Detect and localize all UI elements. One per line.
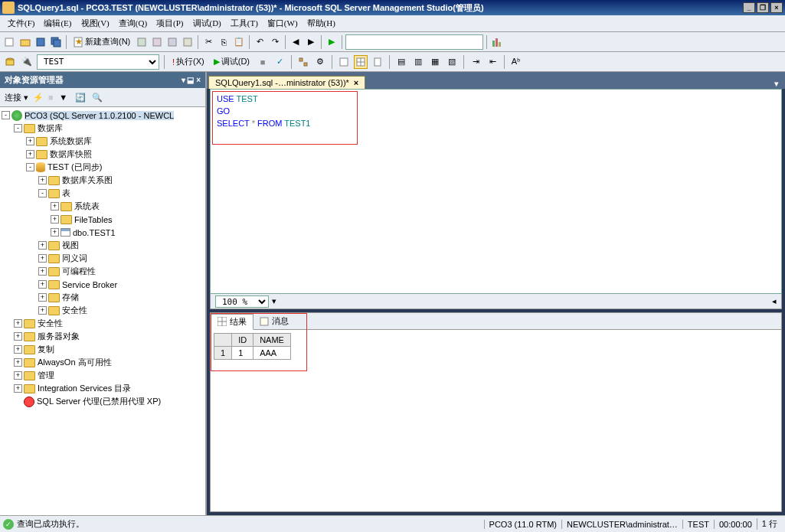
activity-monitor-icon[interactable] xyxy=(490,35,504,49)
tool-icon-3[interactable] xyxy=(165,35,179,49)
toggle-icon[interactable]: + xyxy=(38,241,47,250)
menu-window[interactable]: 窗口(W) xyxy=(263,18,303,29)
toggle-icon[interactable]: + xyxy=(38,267,47,276)
results-text-icon[interactable] xyxy=(337,55,351,69)
menu-project[interactable]: 项目(P) xyxy=(152,18,188,29)
tree-root[interactable]: PCO3 (SQL Server 11.0.2100 - NEWCL xyxy=(25,111,174,120)
menu-view[interactable]: 视图(V) xyxy=(77,18,114,29)
nav-back-icon[interactable]: ◀ xyxy=(289,35,303,49)
toggle-icon[interactable]: + xyxy=(38,254,47,263)
toggle-icon[interactable]: - xyxy=(2,111,10,119)
toggle-icon[interactable]: + xyxy=(38,176,47,184)
tool-icon-4[interactable] xyxy=(181,35,195,49)
col-id[interactable]: ID xyxy=(232,334,253,347)
toggle-icon[interactable]: + xyxy=(38,280,47,289)
toggle-icon[interactable]: + xyxy=(51,215,59,224)
disconnect-icon[interactable]: ⚡ xyxy=(31,90,45,104)
minimize-button[interactable]: _ xyxy=(743,2,755,13)
zoom-combo[interactable]: 100 % xyxy=(215,295,269,308)
tree-views[interactable]: 视图 xyxy=(62,240,79,251)
copy-icon[interactable]: ⎘ xyxy=(217,35,231,49)
menu-debug[interactable]: 调试(D) xyxy=(188,18,226,29)
redo-icon[interactable]: ↷ xyxy=(268,35,282,49)
new-project-icon[interactable] xyxy=(3,35,17,49)
tree-management[interactable]: 管理 xyxy=(38,370,54,381)
toggle-icon[interactable]: - xyxy=(38,189,47,197)
tree-snapshots[interactable]: 数据库快照 xyxy=(50,149,92,160)
stop-refresh-icon[interactable]: 🔍 xyxy=(90,90,104,104)
restore-button[interactable]: ❐ xyxy=(757,2,769,13)
indent-icon[interactable]: ⇥ xyxy=(469,55,482,69)
database-combo[interactable]: TEST xyxy=(37,54,159,70)
tree-is-catalog[interactable]: Integration Services 目录 xyxy=(38,383,131,394)
cell-name[interactable]: AAA xyxy=(253,347,291,360)
tree-alwayson[interactable]: AlwaysOn 高可用性 xyxy=(38,357,112,368)
connect-button[interactable]: 连接 ▾ xyxy=(5,92,28,103)
tool-icon-b[interactable]: ▧ xyxy=(445,55,459,69)
messages-tab[interactable]: 消息 xyxy=(253,314,295,328)
tool-icon-a[interactable]: ▦ xyxy=(428,55,442,69)
start-icon[interactable]: ▶ xyxy=(325,35,339,49)
toggle-icon[interactable]: + xyxy=(14,384,22,393)
paste-icon[interactable]: 📋 xyxy=(232,35,246,49)
tree-system-tables[interactable]: 系统表 xyxy=(74,201,100,212)
save-icon[interactable] xyxy=(34,35,47,49)
tree-tables[interactable]: 表 xyxy=(62,188,70,199)
tree-security[interactable]: 安全性 xyxy=(38,318,63,329)
new-query-button[interactable]: ★ 新建查询(N) xyxy=(70,36,133,47)
tree-test-db[interactable]: TEST (已同步) xyxy=(47,162,102,173)
toggle-icon[interactable]: + xyxy=(38,306,47,315)
menu-tools[interactable]: 工具(T) xyxy=(226,18,263,29)
tree-server-objects[interactable]: 服务器对象 xyxy=(38,331,80,342)
tree-replication[interactable]: 复制 xyxy=(38,344,54,355)
tree-service-broker[interactable]: Service Broker xyxy=(62,280,117,289)
tool-icon-1[interactable] xyxy=(135,35,149,49)
pin-icon[interactable]: ▾ ⬓ × xyxy=(182,76,201,84)
refresh-icon[interactable]: 🔄 xyxy=(74,90,87,104)
col-name[interactable]: NAME xyxy=(253,334,291,347)
toggle-icon[interactable]: + xyxy=(26,137,34,145)
nav-fwd-icon[interactable]: ▶ xyxy=(304,35,318,49)
tree-storage[interactable]: 存储 xyxy=(62,292,79,303)
menu-edit[interactable]: 编辑(E) xyxy=(39,18,76,29)
comment-icon[interactable]: ▤ xyxy=(394,55,408,69)
toggle-icon[interactable]: + xyxy=(51,202,59,211)
open-icon[interactable] xyxy=(18,35,32,49)
toggle-icon[interactable]: + xyxy=(26,150,34,158)
tree-system-db[interactable]: 系统数据库 xyxy=(50,135,92,147)
outdent-icon[interactable]: ⇤ xyxy=(486,55,499,69)
tree-databases[interactable]: 数据库 xyxy=(38,122,63,134)
cell-id[interactable]: 1 xyxy=(232,347,253,360)
results-file-icon[interactable] xyxy=(371,55,384,69)
cut-icon[interactable]: ✂ xyxy=(201,35,215,49)
debug-button[interactable]: ▶ 调试(D) xyxy=(211,56,253,67)
toggle-icon[interactable]: + xyxy=(14,319,22,328)
toggle-icon[interactable]: + xyxy=(14,358,22,367)
toggle-icon[interactable]: - xyxy=(14,124,22,132)
toggle-icon[interactable]: - xyxy=(26,163,34,171)
tree-db-security[interactable]: 安全性 xyxy=(62,305,87,316)
tree-dbo-test1[interactable]: dbo.TEST1 xyxy=(73,228,116,237)
tab-dropdown-icon[interactable]: ▾ xyxy=(770,79,783,89)
tree-sql-agent[interactable]: SQL Server 代理(已禁用代理 XP) xyxy=(37,396,161,407)
active-tab[interactable]: SQLQuery1.sql -…ministrator (53))* × xyxy=(208,76,365,89)
combo-empty[interactable] xyxy=(345,34,483,50)
undo-icon[interactable]: ↶ xyxy=(253,35,267,49)
row-header[interactable]: 1 xyxy=(214,347,232,360)
use-db-icon[interactable] xyxy=(3,55,17,69)
menu-query[interactable]: 查询(Q) xyxy=(114,18,152,29)
menu-file[interactable]: 文件(F) xyxy=(3,18,39,29)
results-grid[interactable]: IDNAME 11AAA xyxy=(211,330,781,363)
results-grid-icon[interactable] xyxy=(354,55,368,69)
object-tree[interactable]: -PCO3 (SQL Server 11.0.2100 - NEWCL -数据库… xyxy=(0,107,205,515)
change-conn-icon[interactable]: 🔌 xyxy=(20,55,34,69)
tree-diagrams[interactable]: 数据库关系图 xyxy=(62,175,113,186)
execute-button[interactable]: ! 执行(X) xyxy=(169,56,208,67)
options-icon[interactable]: ⚙ xyxy=(313,55,327,69)
tree-filetables[interactable]: FileTables xyxy=(74,215,113,224)
toggle-icon[interactable]: + xyxy=(38,293,47,302)
tree-programmability[interactable]: 可编程性 xyxy=(62,266,96,277)
close-button[interactable]: × xyxy=(770,2,783,13)
toggle-icon[interactable]: + xyxy=(51,228,59,237)
results-tab[interactable]: 结果 xyxy=(211,314,253,330)
